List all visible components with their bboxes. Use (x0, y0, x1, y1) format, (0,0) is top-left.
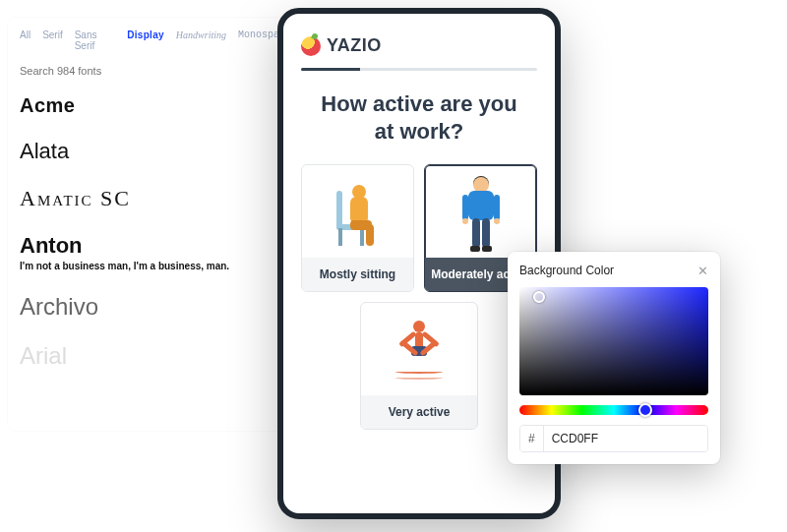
color-value-row: # HEX (519, 425, 708, 452)
font-list: Acme Alata Amatic SC Anton I'm not a bus… (20, 89, 291, 370)
tab-serif[interactable]: Serif (42, 30, 63, 51)
color-picker-title: Background Color (519, 264, 614, 277)
tab-display[interactable]: Display (127, 30, 164, 51)
app-brand: YAZIO (301, 35, 543, 56)
hue-thumb[interactable] (638, 403, 652, 417)
color-hex-input[interactable] (544, 426, 707, 451)
progress-bar (301, 68, 537, 71)
font-item-archivo[interactable]: Archivo (20, 293, 291, 321)
font-picker-panel: All Serif Sans Serif Display Handwriting… (8, 18, 303, 431)
active-person-icon (388, 315, 451, 391)
card-label: Mostly sitting (302, 258, 413, 291)
hue-slider[interactable] (519, 405, 708, 415)
progress-fill (301, 68, 360, 71)
font-item-amatic[interactable]: Amatic SC (20, 186, 291, 211)
card-very-active[interactable]: Very active (360, 302, 478, 430)
font-item-anton[interactable]: Anton I'm not a business man, I'm a busi… (20, 233, 291, 271)
font-item-alata[interactable]: Alata (20, 139, 291, 164)
font-item-acme[interactable]: Acme (20, 94, 291, 117)
brand-name: YAZIO (327, 35, 382, 56)
tab-handwriting[interactable]: Handwriting (176, 30, 226, 51)
color-saturation-field[interactable] (519, 287, 708, 395)
font-item-arial[interactable]: Arial (20, 342, 291, 370)
font-search-input[interactable] (20, 61, 291, 89)
font-anton-name: Anton (20, 233, 291, 259)
hash-prefix: # (520, 426, 544, 451)
color-format-select[interactable]: HEX (707, 426, 708, 451)
tab-all[interactable]: All (20, 30, 30, 51)
sitting-person-icon (329, 177, 388, 254)
card-label: Very active (361, 395, 477, 429)
font-category-tabs: All Serif Sans Serif Display Handwriting… (20, 28, 291, 61)
question-heading: How active are you at work? (295, 90, 543, 164)
close-icon[interactable]: ✕ (697, 265, 708, 277)
color-picker-panel: Background Color ✕ # HEX (508, 252, 720, 464)
standing-person-icon (456, 177, 506, 254)
font-anton-sample: I'm not a business man, I'm a business, … (20, 261, 291, 271)
yazio-logo-icon (301, 36, 321, 56)
color-cursor[interactable] (533, 291, 545, 303)
card-mostly-sitting[interactable]: Mostly sitting (301, 164, 414, 292)
tab-sans-serif[interactable]: Sans Serif (75, 30, 116, 51)
activity-card-grid: Mostly sitting Moderately active (295, 164, 543, 430)
